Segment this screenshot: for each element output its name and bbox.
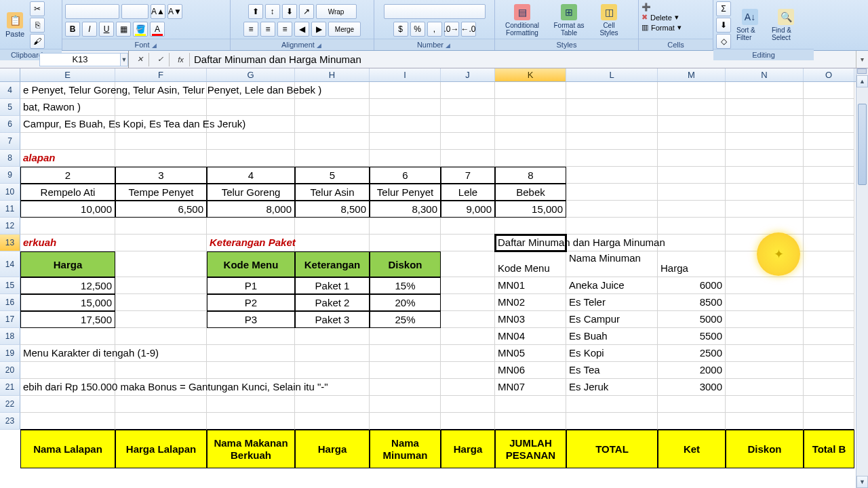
increase-decimal-button[interactable]: .0→ <box>444 22 459 37</box>
cell-F14[interactable] <box>115 251 207 277</box>
name-box[interactable] <box>39 53 121 66</box>
cell-G10[interactable]: Telur Goreng <box>207 184 295 201</box>
cell-O19[interactable] <box>804 345 854 362</box>
cell-L23[interactable] <box>566 413 658 430</box>
cell-I14[interactable]: Diskon <box>370 251 441 277</box>
cell-M12[interactable] <box>658 218 726 235</box>
cell-K18[interactable]: MN04 <box>495 328 566 345</box>
cell-L16[interactable]: Es Teler <box>566 294 658 311</box>
cell-L4[interactable] <box>566 82 658 99</box>
cell-G13[interactable]: Keterangan Paket <box>207 235 295 251</box>
cell-F10[interactable]: Tempe Penyet <box>115 184 207 201</box>
merge-button[interactable]: Merge <box>328 22 361 37</box>
insert-function-button[interactable]: fx <box>172 53 190 66</box>
cell-K8[interactable] <box>495 150 566 167</box>
cell-L18[interactable]: Es Buah <box>566 328 658 345</box>
cell-N10[interactable] <box>726 184 804 201</box>
col-header-E[interactable]: E <box>20 68 115 81</box>
cell-M22[interactable] <box>658 396 726 413</box>
paste-button[interactable]: 📋 Paste <box>3 11 27 39</box>
cell-N6[interactable] <box>726 116 804 133</box>
cell-bottom-H[interactable]: Harga <box>295 430 370 468</box>
cell-F7[interactable] <box>115 133 207 150</box>
row-header-12[interactable]: 12 <box>0 218 20 235</box>
cell-L15[interactable]: Aneka Juice <box>566 277 658 294</box>
cell-L19[interactable]: Es Kopi <box>566 345 658 362</box>
decrease-indent-button[interactable]: ◀ <box>294 22 309 37</box>
cell-H6[interactable] <box>295 116 370 133</box>
cell-K5[interactable] <box>495 99 566 116</box>
cell-G11[interactable]: 8,000 <box>207 201 295 218</box>
cell-F5[interactable] <box>115 99 207 116</box>
name-box-dropdown[interactable]: ▼ <box>121 53 128 66</box>
cell-O4[interactable] <box>804 82 854 99</box>
cell-bottom-E[interactable]: Nama Lalapan <box>20 430 115 468</box>
cell-G12[interactable] <box>207 218 295 235</box>
cell-O13[interactable] <box>804 235 854 251</box>
cell-L21[interactable]: Es Jeruk <box>566 379 658 396</box>
cell-H5[interactable] <box>295 99 370 116</box>
cell-I16[interactable]: 20% <box>370 294 441 311</box>
cell-E4[interactable]: e Penyet, Telur Goreng, Telur Asin, Telu… <box>20 82 115 99</box>
cell-J23[interactable] <box>441 413 495 430</box>
cell-F16[interactable] <box>115 294 207 311</box>
cell-I7[interactable] <box>370 133 441 150</box>
align-left-button[interactable]: ≡ <box>243 22 258 37</box>
row-header-6[interactable]: 6 <box>0 116 20 133</box>
select-all-corner[interactable] <box>0 68 20 82</box>
cell-M19[interactable]: 2500 <box>658 345 726 362</box>
cell-M21[interactable]: 3000 <box>658 379 726 396</box>
cell-J8[interactable] <box>441 150 495 167</box>
comma-format-button[interactable]: , <box>427 22 442 37</box>
insert-cells-button[interactable]: ➕ <box>642 3 651 12</box>
cell-M4[interactable] <box>658 82 726 99</box>
cell-K20[interactable]: MN06 <box>495 362 566 379</box>
cell-O14[interactable] <box>804 251 854 277</box>
row-header-9[interactable]: 9 <box>0 167 20 184</box>
col-header-N[interactable]: N <box>726 68 804 81</box>
cell-M6[interactable] <box>658 116 726 133</box>
font-launcher-icon[interactable]: ◢ <box>152 42 157 49</box>
cancel-formula-button[interactable]: ✕ <box>132 53 149 66</box>
cell-H18[interactable] <box>295 328 370 345</box>
cell-H7[interactable] <box>295 133 370 150</box>
format-as-table-button[interactable]: ⊞Format as Table <box>549 3 589 38</box>
cell-M10[interactable] <box>658 184 726 201</box>
cell-K4[interactable] <box>495 82 566 99</box>
cell-G18[interactable] <box>207 328 295 345</box>
cell-I23[interactable] <box>370 413 441 430</box>
cell-G17[interactable]: P3 <box>207 311 295 328</box>
cell-E17[interactable]: 17,500 <box>20 311 115 328</box>
cell-I15[interactable]: 15% <box>370 277 441 294</box>
cell-K15[interactable]: MN01 <box>495 277 566 294</box>
cell-E14[interactable]: Harga <box>20 251 115 277</box>
cell-K7[interactable] <box>495 133 566 150</box>
align-bottom-button[interactable]: ⬇ <box>282 4 297 19</box>
cell-M16[interactable]: 8500 <box>658 294 726 311</box>
cell-J5[interactable] <box>441 99 495 116</box>
cell-G5[interactable] <box>207 99 295 116</box>
cell-O7[interactable] <box>804 133 854 150</box>
cell-K23[interactable] <box>495 413 566 430</box>
cell-H23[interactable] <box>295 413 370 430</box>
cell-N21[interactable] <box>726 379 804 396</box>
cell-F23[interactable] <box>115 413 207 430</box>
increase-indent-button[interactable]: ▶ <box>311 22 326 37</box>
cell-H8[interactable] <box>295 150 370 167</box>
accounting-format-button[interactable]: $ <box>393 22 408 37</box>
cell-E13[interactable]: erkuah <box>20 235 115 251</box>
delete-cells-button[interactable]: ✖Delete ▾ <box>642 13 679 22</box>
enter-formula-button[interactable]: ✓ <box>152 53 170 66</box>
font-size-selector[interactable] <box>121 4 149 19</box>
vertical-scrollbar[interactable]: ▲ ▼ <box>856 68 868 488</box>
cell-K6[interactable] <box>495 116 566 133</box>
row-header-18[interactable]: 18 <box>0 328 20 345</box>
cell-N15[interactable] <box>726 277 804 294</box>
cell-L17[interactable]: Es Campur <box>566 311 658 328</box>
cell-J20[interactable] <box>441 362 495 379</box>
cell-I8[interactable] <box>370 150 441 167</box>
cell-E20[interactable] <box>20 362 115 379</box>
cell-L20[interactable]: Es Tea <box>566 362 658 379</box>
cell-H16[interactable]: Paket 2 <box>295 294 370 311</box>
cell-J14[interactable] <box>441 251 495 277</box>
